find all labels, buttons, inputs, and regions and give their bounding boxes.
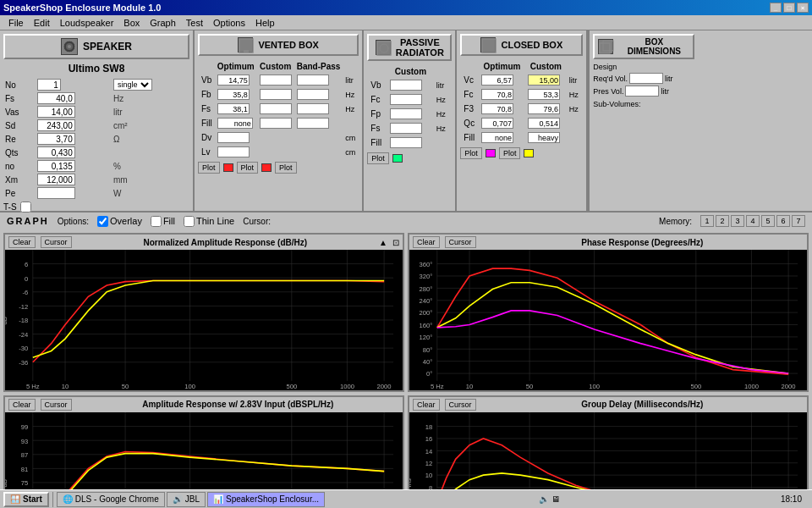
start-icon: 🪟 (10, 494, 20, 504)
memory-btn-7[interactable]: 7 (792, 215, 805, 227)
menu-loudspeaker[interactable]: Loudspeaker (55, 15, 119, 30)
thin-line-checkbox[interactable] (184, 216, 195, 227)
param-fs-value[interactable] (37, 92, 75, 104)
param-no-type[interactable]: single (113, 79, 152, 91)
vented-fs-bp[interactable] (297, 103, 329, 114)
closed-qc-opt[interactable] (481, 118, 513, 129)
closed-f3-opt[interactable] (481, 103, 513, 114)
pres-vol-input[interactable] (625, 86, 659, 97)
graph4-cursor-button[interactable]: Cursor (445, 399, 476, 411)
svg-text:ms: ms (409, 478, 413, 487)
param-xm-unit: mm (112, 173, 189, 186)
start-button[interactable]: 🪟 Start (3, 492, 49, 507)
vented-dv-opt[interactable] (217, 132, 250, 143)
speaker-icon (61, 38, 78, 55)
param-no2-value[interactable] (37, 160, 75, 172)
fill-checkbox[interactable] (151, 216, 162, 227)
table-row: Qc (462, 117, 581, 130)
ts-checkbox[interactable] (20, 202, 31, 213)
closed-fill-cust[interactable] (528, 132, 560, 143)
passive-fc-val[interactable] (390, 94, 422, 105)
memory-btn-3[interactable]: 3 (731, 215, 744, 227)
vented-vb-bp[interactable] (297, 75, 329, 86)
vented-fill-opt[interactable] (217, 118, 253, 129)
vented-plot-button2[interactable]: Plot (237, 162, 259, 174)
vented-vb-opt[interactable] (217, 75, 250, 86)
param-sd-value[interactable] (37, 119, 75, 131)
overlay-checkbox-label[interactable]: Overlay (97, 216, 142, 227)
memory-btn-6[interactable]: 6 (776, 215, 790, 227)
graph3-cursor-button[interactable]: Cursor (41, 399, 72, 411)
vented-lv-opt[interactable] (217, 146, 250, 157)
table-row: Vb litr (200, 74, 357, 86)
fill-checkbox-label[interactable]: Fill (151, 216, 175, 227)
memory-btn-4[interactable]: 4 (746, 215, 760, 227)
vented-fs-opt[interactable] (217, 103, 250, 114)
passive-vb-label: Vb (369, 79, 387, 91)
param-xm-value[interactable] (37, 174, 75, 185)
minimize-button[interactable]: _ (770, 3, 782, 13)
closed-plot-button1[interactable]: Plot (460, 147, 482, 159)
passive-vb-val[interactable] (390, 80, 422, 91)
param-no-value[interactable] (37, 79, 61, 91)
param-pe-value[interactable] (37, 187, 75, 199)
passive-fs-val[interactable] (390, 123, 422, 134)
closed-fc-cust[interactable] (528, 89, 560, 100)
svg-text:-30: -30 (19, 345, 28, 352)
vented-vb-cust[interactable] (260, 75, 292, 86)
vented-box-header: VENTED BOX (198, 34, 359, 56)
ts-row: T-S (3, 202, 189, 213)
thin-line-checkbox-label[interactable]: Thin Line (184, 216, 234, 227)
svg-text:6: 6 (25, 261, 28, 268)
vented-fill-bp[interactable] (297, 118, 329, 129)
passive-fc-label: Fc (369, 93, 387, 106)
graph1-cursor-button[interactable]: Cursor (41, 236, 72, 248)
req-vol-input[interactable] (629, 73, 663, 84)
menu-help[interactable]: Help (250, 15, 280, 30)
menu-graph[interactable]: Graph (145, 15, 181, 30)
memory-btn-2[interactable]: 2 (716, 215, 729, 227)
vented-fb-bp[interactable] (297, 89, 329, 100)
menu-file[interactable]: File (3, 15, 29, 30)
vented-fill-cust[interactable] (260, 118, 292, 129)
close-button[interactable]: × (797, 3, 809, 13)
taskbar-item-jbl[interactable]: 🔊 JBL (167, 492, 206, 507)
memory-btn-5[interactable]: 5 (761, 215, 775, 227)
vented-plot-button[interactable]: Plot (198, 162, 220, 174)
overlay-label: Overlay (110, 216, 142, 226)
maximize-button[interactable]: □ (783, 3, 795, 13)
passive-radiator-label: PASSIVERADIATOR (396, 37, 444, 58)
graph-controls-row: GRAPH Options: Overlay Fill Thin Line Cu… (0, 213, 812, 229)
memory-btn-1[interactable]: 1 (700, 215, 714, 227)
param-vas-value[interactable] (37, 106, 75, 118)
overlay-checkbox[interactable] (97, 216, 108, 227)
menu-edit[interactable]: Edit (29, 15, 55, 30)
menu-options[interactable]: Options (208, 15, 250, 30)
vented-plot-button3[interactable]: Plot (275, 162, 297, 174)
closed-fill-opt[interactable] (481, 132, 513, 143)
graph3-clear-button[interactable]: Clear (8, 399, 36, 411)
closed-vc-cust[interactable] (528, 75, 560, 86)
taskbar-item-speakershop[interactable]: 📊 SpeakerShop Enclosur... (207, 492, 325, 507)
closed-fc-opt[interactable] (481, 89, 513, 100)
vented-fb-cust[interactable] (260, 89, 292, 100)
graph4-clear-button[interactable]: Clear (413, 399, 440, 411)
closed-vc-opt[interactable] (481, 75, 513, 86)
closed-plot-button2[interactable]: Plot (499, 147, 521, 159)
closed-qc-cust[interactable] (528, 118, 560, 129)
menu-test[interactable]: Test (181, 15, 208, 30)
param-qts-value[interactable] (37, 146, 75, 158)
graph2-cursor-button[interactable]: Cursor (445, 236, 476, 248)
graph1-icon2[interactable]: ⊡ (392, 238, 399, 247)
taskbar-item-chrome[interactable]: 🌐 DLS - Google Chrome (57, 492, 165, 507)
passive-fp-val[interactable] (390, 108, 422, 119)
passive-plot-button[interactable]: Plot (367, 152, 389, 164)
param-re-value[interactable] (37, 133, 75, 145)
vented-fs-cust[interactable] (260, 103, 292, 114)
vented-fb-opt[interactable] (217, 89, 250, 100)
graph1-clear-button[interactable]: Clear (8, 236, 36, 248)
graph2-clear-button[interactable]: Clear (413, 236, 440, 248)
menu-box[interactable]: Box (118, 15, 145, 30)
passive-fill-val[interactable] (390, 137, 422, 148)
closed-f3-cust[interactable] (528, 103, 560, 114)
